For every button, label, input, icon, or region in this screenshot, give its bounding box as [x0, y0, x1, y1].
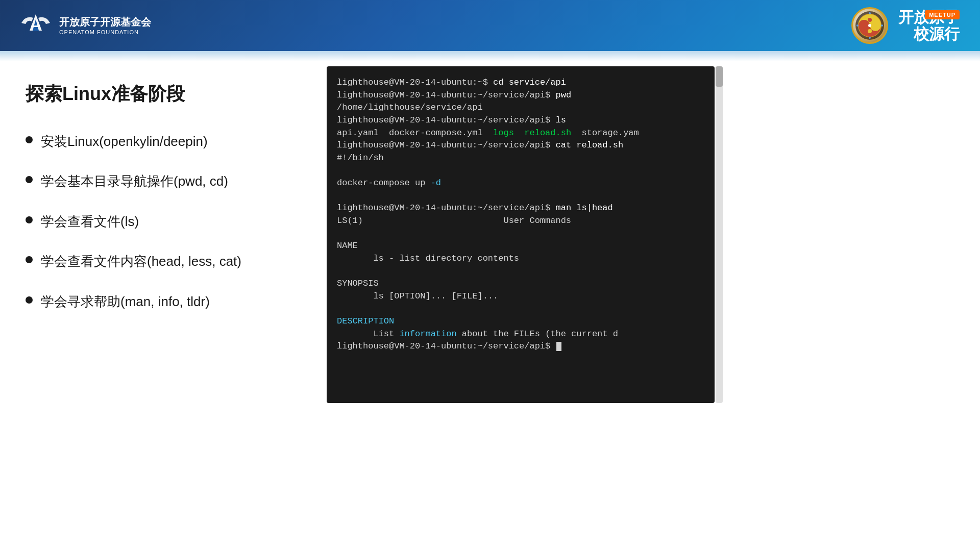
circle-logo-icon	[851, 7, 888, 44]
terminal-line: lighthouse@VM-20-14-ubuntu:~/service/api…	[337, 202, 704, 215]
bullet-dot	[26, 136, 33, 143]
terminal-line: List information about the FILEs (the cu…	[337, 328, 704, 341]
openatom-logo-icon	[20, 10, 51, 41]
terminal-line: #!/bin/sh	[337, 152, 704, 165]
terminal-scrollbar[interactable]	[716, 66, 723, 403]
terminal-line: DESCRIPTION	[337, 315, 704, 328]
terminal-line: LS(1) User Commands	[337, 215, 704, 228]
terminal-line: NAME	[337, 240, 704, 253]
bullet-item-3: 学会查看文件内容(head, less, cat)	[26, 252, 301, 270]
bullet-dot	[26, 256, 33, 263]
scrollbar-thumb[interactable]	[716, 66, 723, 87]
svg-rect-2	[31, 26, 40, 27]
terminal-line	[337, 190, 704, 203]
slide-title: 探索Linux准备阶段	[26, 82, 301, 107]
bullet-item-1: 学会基本目录导航操作(pwd, cd)	[26, 172, 301, 190]
svg-point-8	[869, 12, 871, 14]
bullet-dot	[26, 216, 33, 223]
bullet-dot	[26, 176, 33, 183]
terminal-line: lighthouse@VM-20-14-ubuntu:~/service/api…	[337, 89, 704, 102]
header-left: 开放原子开源基金会 OPENATOM FOUNDATION	[20, 10, 151, 41]
terminal-line: ls - list directory contents	[337, 253, 704, 265]
main-content: 探索Linux准备阶段 安装Linux(openkylin/deepin)学会基…	[0, 51, 980, 551]
right-panel: lighthouse@VM-20-14-ubuntu:~$ cd service…	[327, 51, 980, 551]
terminal-line: lighthouse@VM-20-14-ubuntu:~/service/api…	[337, 139, 704, 152]
terminal-line: ls [OPTION]... [FILE]...	[337, 290, 704, 303]
left-panel: 探索Linux准备阶段 安装Linux(openkylin/deepin)学会基…	[0, 51, 327, 551]
bullet-item-4: 学会寻求帮助(man, info, tldr)	[26, 292, 301, 311]
svg-point-5	[868, 18, 872, 22]
terminal-line	[337, 265, 704, 278]
meetup-badge: MEETUP	[925, 10, 960, 19]
bullet-list: 安装Linux(openkylin/deepin)学会基本目录导航操作(pwd,…	[26, 132, 301, 311]
svg-point-10	[856, 24, 859, 27]
header: 开放原子开源基金会 OPENATOM FOUNDATION MEETUP	[0, 0, 980, 51]
logo-text: 开放原子开源基金会 OPENATOM FOUNDATION	[59, 15, 151, 36]
terminal[interactable]: lighthouse@VM-20-14-ubuntu:~$ cd service…	[327, 66, 715, 403]
terminal-line: SYNOPSIS	[337, 278, 704, 290]
terminal-line	[337, 164, 704, 177]
bullet-item-0: 安装Linux(openkylin/deepin)	[26, 132, 301, 151]
header-right: MEETUP 开放原子 校源行	[851, 7, 960, 44]
terminal-line	[337, 228, 704, 240]
svg-point-6	[868, 29, 872, 33]
terminal-line: /home/lighthouse/service/api	[337, 102, 704, 114]
terminal-wrapper: lighthouse@VM-20-14-ubuntu:~$ cd service…	[327, 66, 715, 403]
bullet-dot	[26, 296, 33, 304]
terminal-line	[337, 303, 704, 316]
terminal-line: lighthouse@VM-20-14-ubuntu:~/service/api…	[337, 340, 704, 353]
svg-point-9	[869, 37, 871, 39]
svg-point-11	[881, 24, 883, 27]
terminal-line: lighthouse@VM-20-14-ubuntu:~$ cd service…	[337, 77, 704, 89]
svg-point-7	[868, 24, 871, 27]
bullet-item-2: 学会查看文件(ls)	[26, 212, 301, 231]
terminal-line: lighthouse@VM-20-14-ubuntu:~/service/api…	[337, 114, 704, 127]
terminal-line: docker-compose up -d	[337, 177, 704, 190]
terminal-line: api.yaml docker-compose.yml logs reload.…	[337, 127, 704, 140]
